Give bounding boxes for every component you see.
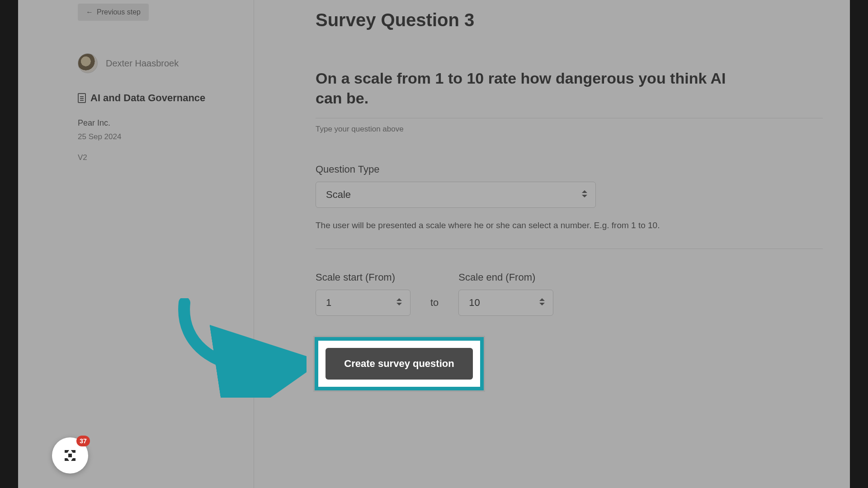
create-survey-question-button[interactable]: Create survey question bbox=[326, 348, 473, 380]
svg-marker-0 bbox=[65, 450, 69, 453]
scale-start-col: Scale start (From) 1 bbox=[316, 272, 410, 316]
divider bbox=[316, 249, 823, 249]
page-title: Survey Question 3 bbox=[316, 10, 823, 30]
sidebar: ← Previous step Dexter Haasbroek AI and … bbox=[18, 0, 254, 488]
scale-start-select[interactable]: 1 bbox=[316, 290, 410, 316]
app-stage: ← Previous step Dexter Haasbroek AI and … bbox=[18, 0, 850, 488]
to-label: to bbox=[430, 297, 439, 316]
svg-marker-3 bbox=[71, 458, 75, 461]
avatar bbox=[78, 53, 98, 73]
notification-badge: 37 bbox=[76, 436, 90, 446]
date: 25 Sep 2024 bbox=[78, 132, 238, 141]
question-type-select[interactable]: Scale bbox=[316, 182, 596, 208]
scale-row: Scale start (From) 1 to Scale end (From)… bbox=[316, 272, 823, 316]
svg-marker-4 bbox=[68, 454, 72, 457]
scale-end-value: 10 bbox=[469, 297, 480, 309]
user-name: Dexter Haasbroek bbox=[106, 58, 179, 69]
question-type-label: Question Type bbox=[316, 164, 823, 175]
question-hint: Type your question above bbox=[316, 118, 823, 134]
question-type-help: The user will be presented a scale where… bbox=[316, 221, 823, 230]
main-content: Survey Question 3 On a scale from 1 to 1… bbox=[254, 0, 850, 488]
document-title: AI and Data Governance bbox=[90, 92, 205, 104]
user-row: Dexter Haasbroek bbox=[78, 53, 238, 73]
question-text[interactable]: On a scale from 1 to 10 rate how dangero… bbox=[316, 68, 750, 108]
scale-end-col: Scale end (From) 10 bbox=[458, 272, 553, 316]
layout: ← Previous step Dexter Haasbroek AI and … bbox=[18, 0, 850, 488]
scale-end-label: Scale end (From) bbox=[458, 272, 553, 283]
company-name: Pear Inc. bbox=[78, 118, 238, 128]
previous-step-label: Previous step bbox=[97, 8, 141, 16]
badge-count: 37 bbox=[80, 437, 87, 445]
question-type-value: Scale bbox=[326, 189, 351, 201]
logo-icon bbox=[61, 446, 79, 465]
scale-end-select[interactable]: 10 bbox=[458, 290, 553, 316]
document-row[interactable]: AI and Data Governance bbox=[78, 92, 238, 104]
help-fab[interactable]: 37 bbox=[52, 437, 88, 474]
svg-marker-1 bbox=[71, 450, 75, 453]
highlight-frame: Create survey question bbox=[315, 337, 484, 390]
document-icon bbox=[78, 93, 86, 103]
scale-start-value: 1 bbox=[326, 297, 331, 309]
previous-step-button[interactable]: ← Previous step bbox=[78, 4, 149, 21]
scale-start-label: Scale start (From) bbox=[316, 272, 410, 283]
arrow-left-icon: ← bbox=[86, 8, 93, 16]
svg-marker-2 bbox=[65, 458, 69, 461]
version: V2 bbox=[78, 153, 238, 162]
create-button-label: Create survey question bbox=[344, 358, 454, 369]
